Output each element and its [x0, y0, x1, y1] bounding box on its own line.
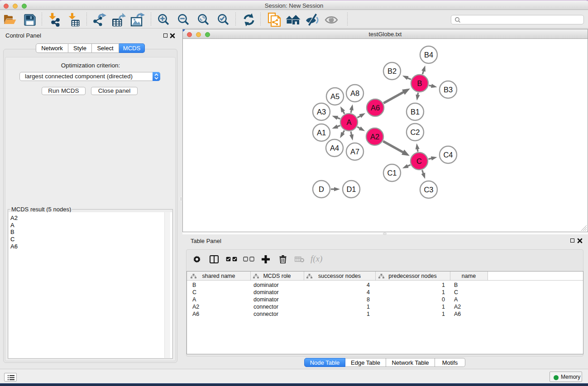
svg-text:A3: A3: [317, 108, 326, 116]
svg-text:A6: A6: [371, 104, 380, 112]
svg-text:C: C: [416, 157, 422, 165]
svg-text:A5: A5: [330, 92, 339, 100]
svg-text:A8: A8: [350, 89, 359, 97]
svg-text:D1: D1: [346, 185, 356, 193]
svg-text:B3: B3: [444, 86, 453, 94]
svg-text:B: B: [417, 79, 422, 87]
svg-text:B4: B4: [424, 51, 433, 59]
svg-text:C4: C4: [443, 151, 453, 159]
svg-text:B1: B1: [411, 108, 420, 116]
svg-text:C2: C2: [410, 128, 420, 136]
svg-text:C1: C1: [387, 169, 397, 177]
svg-text:A4: A4: [330, 144, 339, 152]
svg-text:C3: C3: [424, 186, 433, 194]
svg-text:D: D: [319, 185, 324, 193]
svg-text:A2: A2: [370, 133, 379, 141]
svg-text:B2: B2: [387, 67, 397, 75]
svg-text:A1: A1: [317, 129, 326, 137]
svg-text:A: A: [346, 118, 351, 126]
svg-text:A7: A7: [350, 148, 359, 156]
